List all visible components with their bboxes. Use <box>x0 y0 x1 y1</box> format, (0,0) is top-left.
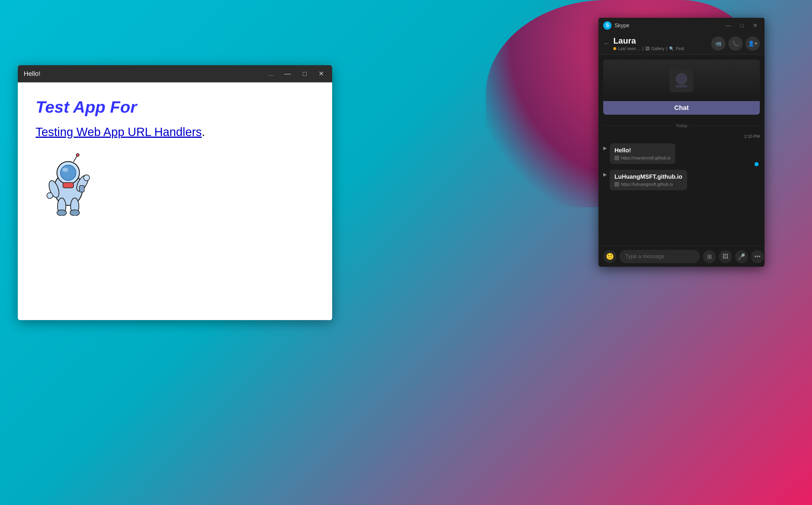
svg-point-6 <box>47 193 53 199</box>
webapp-close-button[interactable]: ✕ <box>316 69 326 79</box>
message-bubble-1: Hello! https://mandymsft.github.io <box>610 143 675 164</box>
link-icon-1 <box>615 156 619 160</box>
svg-point-14 <box>76 154 79 157</box>
emoji-button[interactable]: 🙂 <box>603 250 616 263</box>
astronaut-container <box>36 151 314 217</box>
webapp-more-icon[interactable]: ... <box>268 70 275 77</box>
astronaut-image <box>36 151 101 216</box>
message-bubble-2: LuHuangMSFT.github.io https://luhuangmsf… <box>610 170 687 190</box>
chat-promo-image <box>603 59 760 101</box>
message-play-icon[interactable]: ▶ <box>603 145 607 151</box>
attach-button[interactable]: ⊞ <box>703 250 716 263</box>
status-separator2: | <box>666 46 667 51</box>
message-title-2: LuHuangMSFT.github.io <box>615 173 682 180</box>
video-icon: 📹 <box>715 40 721 47</box>
message-title-1: Hello! <box>615 147 671 154</box>
emoji-icon: 🙂 <box>606 253 614 261</box>
video-call-button[interactable]: 📹 <box>711 36 725 51</box>
message-input[interactable] <box>619 250 700 263</box>
svg-point-2 <box>60 165 76 180</box>
mic-button[interactable]: 🎤 <box>735 250 748 263</box>
webapp-titlebar-controls: ... — □ ✕ <box>268 69 326 79</box>
skype-window-controls: — □ ✕ <box>723 21 760 30</box>
skype-titlebar: S Skype — □ ✕ <box>598 18 765 33</box>
svg-point-12 <box>62 168 68 172</box>
webapp-link-container: Testing Web App URL Handlers. <box>36 125 314 139</box>
message-timestamp: 2:10 PM <box>603 134 760 139</box>
svg-rect-18 <box>676 85 687 88</box>
skype-logo: S <box>603 21 612 30</box>
messages-area[interactable]: Chat Today 2:10 PM ▶ Hello! https://mand… <box>598 55 765 246</box>
image-button[interactable]: 🖼 <box>719 250 732 263</box>
unread-indicator <box>755 162 759 166</box>
webapp-link[interactable]: Testing Web App URL Handlers <box>36 125 202 138</box>
skype-window: S Skype — □ ✕ ← Laura Last seen ... | 🖼 … <box>598 18 765 267</box>
phone-icon: 📞 <box>732 40 739 47</box>
link-icon-2 <box>615 182 619 187</box>
webapp-maximize-button[interactable]: □ <box>300 69 309 79</box>
chat-promo-card: Chat <box>603 59 760 115</box>
more-button[interactable]: ••• <box>751 250 764 263</box>
skype-maximize-button[interactable]: □ <box>738 21 746 30</box>
webapp-window: Hello! ... — □ ✕ Test App For Testing We… <box>18 65 332 320</box>
chat-promo-label: Chat <box>603 101 760 115</box>
svg-point-10 <box>57 210 66 216</box>
svg-line-13 <box>74 156 77 162</box>
contact-status: Last seen ... | 🖼 Gallery | 🔍 Find <box>613 46 711 51</box>
last-seen-text: Last seen ... <box>618 46 641 51</box>
svg-point-7 <box>84 175 90 181</box>
gallery-label[interactable]: Gallery <box>651 46 664 51</box>
skype-close-button[interactable]: ✕ <box>751 21 760 30</box>
message-link-1[interactable]: https://mandymsft.github.io <box>615 156 671 160</box>
webapp-minimize-button[interactable]: — <box>282 69 293 79</box>
status-separator: | <box>642 46 644 51</box>
gallery-icon: 🖼 <box>645 46 650 51</box>
message-row: ▶ Hello! https://mandymsft.github.io <box>603 143 760 164</box>
more-icon: ••• <box>754 253 761 260</box>
header-actions: 📹 📞 👤+ <box>711 36 760 51</box>
mic-icon: 🎤 <box>738 253 745 260</box>
message-link-2[interactable]: https://luhuangmsft.github.io <box>615 182 682 187</box>
skype-app-title: Skype <box>615 22 723 29</box>
add-contact-button[interactable]: 👤+ <box>746 36 760 51</box>
contact-name: Laura <box>613 36 711 46</box>
webapp-titlebar: Hello! ... — □ ✕ <box>18 65 332 82</box>
svg-point-11 <box>70 210 80 216</box>
add-person-icon: 👤+ <box>748 40 758 47</box>
webapp-heading: Test App For <box>36 97 314 117</box>
attach-icon: ⊞ <box>707 253 712 260</box>
message-input-bar: 🙂 ⊞ 🖼 🎤 ••• <box>598 246 765 267</box>
find-icon: 🔍 <box>669 46 674 51</box>
back-button[interactable]: ← <box>603 40 610 47</box>
webapp-link-period: . <box>202 125 205 138</box>
skype-minimize-button[interactable]: — <box>723 21 733 30</box>
skype-contact-header: ← Laura Last seen ... | 🖼 Gallery | 🔍 Fi… <box>598 33 765 55</box>
day-divider: Today <box>603 123 760 128</box>
svg-rect-3 <box>63 183 74 188</box>
webapp-content: Test App For Testing Web App URL Handler… <box>18 82 332 320</box>
image-icon: 🖼 <box>722 253 728 260</box>
svg-point-17 <box>676 73 687 84</box>
day-label: Today <box>676 123 687 128</box>
svg-rect-15 <box>80 185 84 192</box>
message-play-icon-2[interactable]: ▶ <box>603 172 607 177</box>
contact-info: Laura Last seen ... | 🖼 Gallery | 🔍 Find <box>613 36 711 51</box>
find-label[interactable]: Find <box>676 46 684 51</box>
audio-call-button[interactable]: 📞 <box>728 36 742 51</box>
promo-graphic <box>670 68 693 92</box>
message-row-2: ▶ LuHuangMSFT.github.io https://luhuangm… <box>603 170 760 190</box>
status-indicator <box>613 47 616 50</box>
webapp-title: Hello! <box>24 70 268 77</box>
